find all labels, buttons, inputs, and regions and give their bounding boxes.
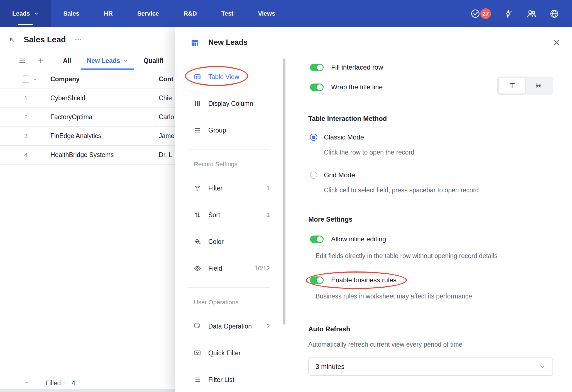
collapse-button[interactable] <box>8 36 16 43</box>
row-index-cell: 3 <box>0 127 45 145</box>
sheet-more-button[interactable] <box>74 36 82 43</box>
option-description: Click the row to open the record <box>324 149 414 156</box>
notification-badge: 27 <box>480 8 491 19</box>
arrow-up-left-icon <box>8 36 16 43</box>
nav-tab-service[interactable]: Service <box>125 0 171 27</box>
setting-label: Fill interlaced row <box>331 63 383 71</box>
setting-fill-interlaced-row: Fill interlaced row <box>310 62 383 72</box>
section-header-more-settings: More Settings <box>308 215 353 223</box>
automation-button[interactable] <box>504 9 513 18</box>
chevron-down-icon <box>539 363 546 370</box>
view-tab-label: New Leads <box>87 57 120 65</box>
app-root: Leads Sales HR Service R&D Test Views 27 <box>0 0 572 392</box>
view-tab-new-leads[interactable]: New Leads <box>79 52 136 70</box>
select-menu-button[interactable] <box>33 77 37 82</box>
nav-tab-label: Leads <box>12 10 30 17</box>
select-all-checkbox[interactable] <box>22 75 29 83</box>
settings-content: Fill interlaced row Wrap the title line … <box>175 27 572 392</box>
view-list-button[interactable] <box>18 57 26 65</box>
auto-refresh-description: Automatically refresh current view every… <box>308 341 463 348</box>
view-tab-label: All <box>63 57 71 65</box>
nav-tab-test[interactable]: Test <box>209 0 246 27</box>
nav-tab-label: Service <box>137 10 159 17</box>
option-classic-mode: Classic Mode <box>310 132 364 142</box>
setting-wrap-title-line: Wrap the title line <box>310 82 383 92</box>
option-description: Click cell to select field, press spaceb… <box>324 187 479 194</box>
nav-tab-label: HR <box>104 10 113 17</box>
row-number: 2 <box>0 114 28 121</box>
nav-tab-label: R&D <box>184 10 197 17</box>
view-tab-all[interactable]: All <box>55 52 79 70</box>
nav-tab-sales[interactable]: Sales <box>51 0 92 27</box>
active-tab-underline <box>18 24 33 25</box>
setting-label: Enable business rules <box>331 276 397 284</box>
row-height-indicator: = <box>25 379 28 387</box>
setting-description: Edit fields directly in the table row wi… <box>316 252 497 260</box>
row-index-cell: 4 <box>0 146 45 164</box>
check-circle-icon <box>470 9 480 19</box>
nav-tab-views[interactable]: Views <box>246 0 287 27</box>
sheet-footer: = Filled： 4 <box>0 378 75 389</box>
cell-company: FactoryOptima <box>45 108 155 126</box>
row-number: 3 <box>0 133 28 140</box>
chevron-down-icon <box>33 77 37 82</box>
nav-tab-hr[interactable]: HR <box>92 0 125 27</box>
title-wrap-segmented-control <box>497 77 553 95</box>
members-button[interactable] <box>526 8 537 19</box>
toggle-allow-inline-editing[interactable] <box>310 236 324 243</box>
setting-label: Wrap the title line <box>331 83 383 91</box>
segment-wrap-button[interactable] <box>525 78 552 94</box>
truncate-text-icon <box>508 82 516 90</box>
segment-truncate-button[interactable] <box>499 78 525 94</box>
nav-tab-rd[interactable]: R&D <box>171 0 209 27</box>
language-button[interactable] <box>549 9 559 19</box>
setting-label: Allow inline editing <box>331 235 386 243</box>
page-title: Sales Lead <box>24 35 66 44</box>
nav-tab-leads[interactable]: Leads <box>0 0 51 27</box>
chevron-down-icon <box>123 58 128 63</box>
nav-tab-label: Sales <box>63 10 80 17</box>
more-dots-icon <box>74 36 82 43</box>
auto-refresh-select[interactable]: 3 minutes <box>308 357 553 376</box>
top-nav: Leads Sales HR Service R&D Test Views 27 <box>0 0 572 27</box>
row-number: 4 <box>0 151 28 159</box>
cell-company: HealthBridge Systems <box>45 146 155 164</box>
radio-grid-mode[interactable] <box>310 171 317 179</box>
toggle-enable-business-rules[interactable] <box>310 276 324 284</box>
nav-tab-label: Test <box>221 10 234 17</box>
option-label: Grid Mode <box>324 171 355 179</box>
chevron-down-icon <box>33 11 39 16</box>
setting-allow-inline-editing: Allow inline editing <box>310 234 386 244</box>
filled-label: Filled： <box>45 379 67 388</box>
tasks-check-button[interactable]: 27 <box>470 8 491 19</box>
nav-tab-label: Views <box>258 10 275 17</box>
view-tab-qualified[interactable]: Qualifi <box>136 52 172 70</box>
toggle-wrap-title-line[interactable] <box>310 84 324 91</box>
row-index-cell: 2 <box>0 108 45 126</box>
nav-right-icons: 27 <box>470 0 572 27</box>
auto-refresh-value: 3 minutes <box>316 363 344 371</box>
plus-icon <box>37 57 45 65</box>
sheet-header: Sales Lead <box>0 27 82 52</box>
row-number: 1 <box>0 95 28 102</box>
view-tab-label: Qualifi <box>144 57 164 65</box>
add-view-button[interactable] <box>37 57 45 65</box>
cell-company: CyberShield <box>45 89 155 107</box>
radio-classic-mode[interactable] <box>310 134 317 141</box>
setting-description: Business rules in worksheet may affect i… <box>316 293 472 300</box>
people-icon <box>526 8 537 19</box>
spark-bolt-icon <box>504 9 513 18</box>
section-header-interaction: Table Interaction Method <box>308 115 387 122</box>
cell-company: FinEdge Analytics <box>45 127 155 145</box>
setting-enable-business-rules: Enable business rules <box>310 275 397 285</box>
section-header-auto-refresh: Auto Refresh <box>308 325 350 333</box>
option-grid-mode: Grid Mode <box>310 170 355 180</box>
header-select-cell <box>0 70 45 89</box>
column-header-company[interactable]: Company <box>45 70 155 89</box>
hamburger-icon <box>18 57 26 65</box>
toggle-fill-interlaced-row[interactable] <box>310 64 324 71</box>
column-width-icon <box>535 82 542 90</box>
filled-count: 4 <box>72 379 75 387</box>
globe-icon <box>549 9 559 19</box>
view-settings-panel: New Leads Table View Display Column Grou… <box>175 27 572 392</box>
